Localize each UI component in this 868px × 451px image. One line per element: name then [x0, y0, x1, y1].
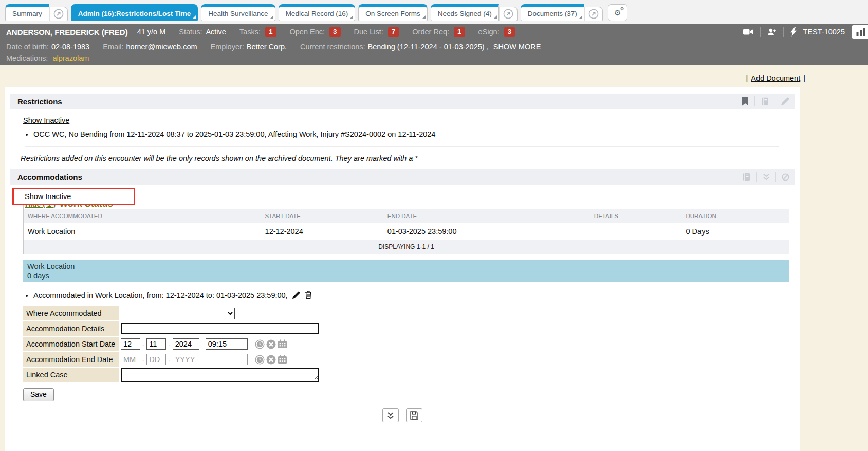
- col-details[interactable]: DETAILS: [590, 209, 682, 223]
- tab-summary-external-button[interactable]: [49, 7, 68, 21]
- start-time-input[interactable]: [206, 338, 248, 350]
- separator: |: [746, 74, 748, 82]
- end-month-input[interactable]: [121, 354, 140, 365]
- employer-label: Employer:: [211, 43, 244, 51]
- edit-pencil-icon[interactable]: [292, 291, 300, 299]
- tab-group-needs-signed: Needs Signed (4): [431, 4, 518, 21]
- restrictions-note: Restrictions added on this encounter wil…: [21, 154, 795, 163]
- calendar-icon[interactable]: [278, 355, 287, 364]
- table-row: Work Location 12-12-2024 01-03-2025 23:5…: [24, 223, 789, 240]
- tab-health-surveillance[interactable]: Health Surveillance: [201, 4, 275, 21]
- show-more-link[interactable]: SHOW MORE: [493, 43, 541, 51]
- tab-summary[interactable]: Summary: [5, 4, 49, 21]
- tab-on-screen-forms[interactable]: On Screen Forms: [358, 4, 428, 21]
- clock-icon[interactable]: [255, 355, 265, 365]
- info-row-2: Medications: alprazolam: [6, 52, 862, 64]
- end-day-input[interactable]: [146, 354, 166, 365]
- esign-count-badge[interactable]: 3: [504, 27, 515, 37]
- trash-icon[interactable]: [305, 291, 312, 299]
- add-document-link[interactable]: Add Document: [751, 74, 800, 82]
- col-where-accommodated[interactable]: WHERE ACCOMMODATED: [24, 209, 261, 223]
- tab-documents[interactable]: Documents (37): [521, 4, 584, 21]
- tasks-label: Tasks:: [239, 28, 261, 36]
- accommodation-summary-bar: Work Location 0 days: [23, 260, 789, 282]
- info-row-1: Date of birth:02-08-1983 Email:horner@mi…: [6, 41, 862, 52]
- restrictions-title: Restrictions: [17, 97, 62, 106]
- patient-age-sex: 41 y/o M: [137, 28, 166, 36]
- divider: [760, 27, 761, 37]
- col-end-date[interactable]: END DATE: [383, 209, 590, 223]
- bookmark-icon[interactable]: [742, 97, 749, 106]
- accommodation-details-input[interactable]: [121, 323, 319, 334]
- lightning-bolt-icon[interactable]: [790, 27, 797, 37]
- restrictions-show-inactive-link[interactable]: Show Inactive: [23, 116, 69, 124]
- linked-case-label: Linked Case: [23, 368, 119, 382]
- clock-icon[interactable]: [255, 339, 265, 349]
- dob-label: Date of birth:: [6, 43, 49, 51]
- save-button[interactable]: Save: [23, 388, 54, 401]
- date-separator: -: [168, 340, 170, 348]
- form-row-linked-case: Linked Case: [23, 368, 795, 382]
- cell-where: Work Location: [24, 223, 261, 240]
- end-date-label: Accommodation End Date: [23, 352, 119, 367]
- tab-needs-signed-external-button[interactable]: [499, 7, 518, 21]
- growth-chart-button[interactable]: [852, 25, 868, 39]
- add-user-icon[interactable]: [767, 28, 777, 36]
- form-row-start-date: Accommodation Start Date - -: [23, 337, 795, 351]
- start-year-input[interactable]: [173, 338, 199, 350]
- where-accommodated-select[interactable]: [121, 308, 235, 319]
- divider: [775, 96, 775, 106]
- book-icon[interactable]: [761, 97, 769, 105]
- open-enc-count-badge[interactable]: 3: [329, 27, 341, 37]
- date-separator: -: [142, 356, 144, 364]
- medications-link[interactable]: alprazolam: [52, 54, 89, 62]
- save-all-button[interactable]: [406, 408, 422, 422]
- tab-documents-external-button[interactable]: [584, 7, 603, 21]
- where-accommodated-label: Where Accommodated: [23, 306, 119, 320]
- book-icon[interactable]: [742, 173, 751, 181]
- start-date-label: Accommodation Start Date: [23, 337, 119, 351]
- tab-admin-restrictions[interactable]: Admin (16):Restrictions/Lost Time: [71, 4, 198, 21]
- slash-circle-icon[interactable]: [782, 173, 789, 181]
- expand-all-button[interactable]: [382, 408, 399, 422]
- pencil-icon[interactable]: [781, 97, 789, 105]
- tasks-count-badge[interactable]: 1: [265, 27, 276, 37]
- accommodations-show-inactive-link[interactable]: Show Inactive: [25, 192, 71, 201]
- chevron-double-down-icon[interactable]: [763, 173, 770, 181]
- start-month-input[interactable]: [121, 338, 140, 350]
- tab-medical-record[interactable]: Medical Record (16): [279, 4, 356, 21]
- tab-needs-signed[interactable]: Needs Signed (4): [431, 4, 499, 21]
- end-time-input[interactable]: [206, 354, 248, 365]
- calendar-icon[interactable]: [278, 339, 287, 349]
- email-label: Email:: [103, 43, 123, 51]
- clear-x-icon[interactable]: [266, 355, 276, 365]
- document-toolbar: | Add Document |: [746, 74, 805, 82]
- current-restrictions-value: Bending (12-11-2024 - 01-03-2025) ,: [368, 43, 489, 51]
- start-day-input[interactable]: [146, 338, 166, 350]
- paging-status: DISPLAYING 1-1 / 1: [24, 240, 789, 254]
- col-start-date[interactable]: START DATE: [261, 209, 383, 223]
- order-req-label: Order Req:: [412, 28, 449, 36]
- accommodation-entry: Accommodated in Work Location, from: 12-…: [33, 291, 795, 299]
- restrictions-list: OCC WC, No Bending from 12-11-2024 08:37…: [25, 130, 779, 147]
- patient-info-bar: Date of birth:02-08-1983 Email:horner@mi…: [0, 40, 868, 65]
- esign-label: eSign:: [478, 28, 500, 36]
- date-separator: -: [168, 356, 170, 364]
- order-req-count-badge[interactable]: 1: [454, 27, 465, 37]
- due-list-count-badge[interactable]: 7: [388, 27, 399, 37]
- patient-name: ANDERSON, FREDERICK (FRED): [6, 28, 128, 37]
- accommodations-table: WHERE ACCOMMODATED START DATE END DATE D…: [24, 209, 789, 254]
- end-year-input[interactable]: [173, 354, 199, 365]
- linked-case-input[interactable]: [121, 368, 319, 382]
- open-enc-label: Open Enc:: [290, 28, 325, 36]
- form-row-details: Accommodation Details: [23, 321, 795, 336]
- video-camera-icon[interactable]: [743, 28, 753, 35]
- accommodation-form: Where Accommodated Accommodation Details…: [23, 306, 795, 382]
- col-duration[interactable]: DURATION: [682, 209, 789, 223]
- status-value: Active: [206, 28, 226, 36]
- record-id: TEST-10025: [803, 28, 845, 36]
- settings-button[interactable]: [608, 4, 627, 21]
- divider: [754, 96, 755, 106]
- clear-x-icon[interactable]: [266, 339, 276, 349]
- bar-chart-icon: [856, 28, 866, 36]
